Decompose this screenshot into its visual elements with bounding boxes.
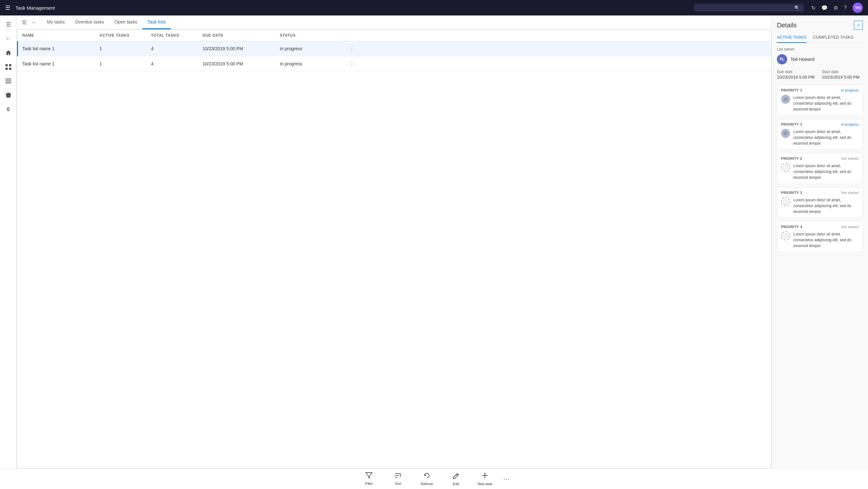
- task-status: Not started: [841, 191, 859, 195]
- start-date-value: 10/23/2019 5:00 PM: [822, 75, 863, 80]
- details-header: Details ⤢: [772, 16, 868, 30]
- sidebar-icon-menu[interactable]: ☰: [2, 18, 15, 31]
- task-status: Not started: [841, 225, 859, 229]
- task-text: Lorem ipsum dolor sit amet, consectetur …: [793, 95, 859, 112]
- sort-icon: [394, 472, 401, 480]
- filter-icon: [365, 472, 373, 480]
- sub-nav: ☰ ← My tasks Overdue tasks Open tasks Ta…: [17, 16, 771, 30]
- svg-rect-0: [5, 64, 8, 66]
- task-items-container: PRIORITY 1 In progress Lorem ipsum dolor…: [777, 85, 863, 252]
- svg-point-9: [784, 132, 787, 135]
- filter-label: Filter: [365, 482, 373, 485]
- details-body: List owner FL Ted Howard Due date 10/23/…: [772, 43, 868, 468]
- task-item-header: PRIORITY 4 Not started: [781, 225, 859, 229]
- task-list-table: NAME ACTIVE TASKS TOTAL TASKS DUE DATE S…: [17, 30, 771, 468]
- svg-point-12: [784, 234, 787, 238]
- row-more-button[interactable]: ⋮: [344, 45, 360, 52]
- sidebar-icon-back[interactable]: ←: [2, 32, 15, 45]
- task-item[interactable]: PRIORITY 1 In progress Lorem ipsum dolor…: [777, 85, 863, 116]
- search-bar[interactable]: 🔍: [694, 4, 804, 11]
- sidebar-icon-home[interactable]: [2, 47, 15, 59]
- svg-rect-4: [5, 79, 11, 80]
- tab-open-tasks[interactable]: Open tasks: [110, 16, 143, 29]
- list-owner-section: List owner FL Ted Howard: [777, 47, 863, 64]
- task-content: Lorem ipsum dolor sit amet, consectetur …: [781, 129, 859, 146]
- user-avatar[interactable]: TH: [852, 3, 863, 13]
- svg-rect-1: [9, 64, 11, 66]
- svg-rect-3: [9, 68, 11, 70]
- task-text: Lorem ipsum dolor sit amet, consectetur …: [793, 129, 859, 146]
- cell-name: Task list name 1: [22, 46, 99, 51]
- task-item[interactable]: PRIORITY 3 Not started Lorem ipsum dolor…: [777, 187, 863, 218]
- task-priority: PRIORITY 4: [781, 225, 802, 229]
- cell-active-tasks: 1: [99, 46, 151, 51]
- svg-point-10: [784, 166, 787, 169]
- more-button[interactable]: ⋯: [499, 475, 514, 483]
- new-task-icon: [481, 472, 488, 481]
- details-tabs: ACTIVE TASKS COMPLETED TASKS: [777, 32, 863, 43]
- row-more-button[interactable]: ⋮: [344, 60, 360, 67]
- owner-avatar: FL: [777, 54, 787, 64]
- new-task-button[interactable]: New task: [470, 469, 499, 489]
- tab-active-tasks[interactable]: ACTIVE TASKS: [777, 32, 807, 43]
- table-row[interactable]: Task list name 1 1 4 10/23/2019 5:00 PM …: [17, 41, 771, 56]
- svg-rect-5: [5, 81, 11, 82]
- task-priority: PRIORITY 2: [781, 156, 802, 161]
- task-icon: [781, 95, 790, 104]
- task-icon: [781, 163, 790, 172]
- cell-active-tasks: 1: [99, 61, 151, 66]
- task-item-header: PRIORITY 3 Not started: [781, 191, 859, 195]
- svg-point-8: [784, 97, 787, 101]
- new-task-label: New task: [477, 482, 492, 486]
- task-item-header: PRIORITY 2 Not started: [781, 156, 859, 161]
- task-icon: [781, 231, 790, 240]
- edit-button[interactable]: Edit: [441, 469, 470, 489]
- search-input[interactable]: [698, 5, 794, 10]
- task-content: Lorem ipsum dolor sit amet, consectetur …: [781, 163, 859, 180]
- sidebar-icon-zero[interactable]: 0: [2, 103, 15, 116]
- task-item-header: PRIORITY 1 In progress: [781, 122, 859, 126]
- expand-button[interactable]: ⤢: [854, 21, 863, 30]
- sort-label: Sort: [395, 482, 401, 485]
- main-wrapper: ☰ ← 0: [0, 16, 868, 468]
- refresh-button[interactable]: Refresh: [412, 469, 441, 489]
- cell-name: Task list name 1: [22, 61, 99, 66]
- edit-icon: [452, 472, 459, 481]
- task-item[interactable]: PRIORITY 4 Not started Lorem ipsum dolor…: [777, 221, 863, 252]
- bottom-toolbar: Filter Sort Refresh Edit: [0, 468, 868, 489]
- subnav-toggle-icon[interactable]: ☰: [22, 19, 26, 25]
- task-item[interactable]: PRIORITY 1 In progress Lorem ipsum dolor…: [777, 119, 863, 150]
- help-icon[interactable]: ?: [844, 5, 847, 11]
- sidebar-icon-shop[interactable]: [2, 89, 15, 102]
- task-text: Lorem ipsum dolor sit amet, consectetur …: [793, 197, 859, 214]
- tab-completed-tasks[interactable]: COMPLETED TASKS: [813, 32, 854, 43]
- refresh-label: Refresh: [421, 482, 433, 486]
- sidebar-icon-apps[interactable]: [2, 61, 15, 74]
- task-status: In progress: [841, 122, 859, 126]
- col-due-date: DUE DATE: [203, 33, 280, 38]
- hamburger-icon[interactable]: ☰: [5, 4, 10, 11]
- sort-button[interactable]: Sort: [383, 469, 412, 489]
- refresh-icon[interactable]: ↻: [811, 5, 815, 11]
- chat-icon[interactable]: 💬: [821, 5, 828, 11]
- task-content: Lorem ipsum dolor sit amet, consectetur …: [781, 95, 859, 112]
- task-item[interactable]: PRIORITY 2 Not started Lorem ipsum dolor…: [777, 153, 863, 184]
- owner-row: FL Ted Howard: [777, 54, 863, 64]
- svg-point-11: [784, 200, 787, 204]
- tab-task-lists[interactable]: Task lists: [142, 16, 171, 29]
- tab-my-tasks[interactable]: My tasks: [42, 16, 70, 29]
- tab-overdue-tasks[interactable]: Overdue tasks: [70, 16, 109, 29]
- filter-button[interactable]: Filter: [354, 469, 383, 489]
- left-sidebar: ☰ ← 0: [0, 16, 17, 468]
- subnav-back-button[interactable]: ←: [32, 20, 37, 25]
- app-title: Task Management: [16, 5, 55, 11]
- settings-icon[interactable]: ⚙: [834, 5, 838, 11]
- svg-rect-7: [6, 93, 11, 94]
- details-panel: Details ⤢ ACTIVE TASKS COMPLETED TASKS L…: [771, 16, 868, 468]
- task-icon: [781, 129, 790, 138]
- search-icon: 🔍: [794, 5, 800, 10]
- sidebar-icon-list[interactable]: [2, 75, 15, 88]
- col-name: NAME: [22, 33, 99, 38]
- task-status: Not started: [841, 156, 859, 161]
- table-row[interactable]: Task list name 1 1 4 10/23/2019 5:00 PM …: [17, 56, 771, 71]
